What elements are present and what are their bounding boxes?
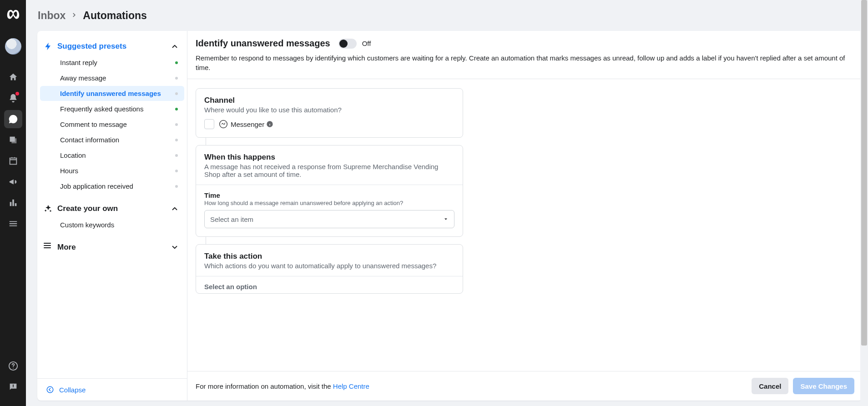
inbox-icon[interactable] (4, 110, 22, 128)
divider (196, 276, 463, 276)
avatar[interactable] (5, 38, 21, 55)
messenger-checkbox[interactable] (204, 119, 214, 129)
preset-hours[interactable]: Hours (40, 163, 184, 178)
toggle-knob (339, 40, 348, 48)
feedback-icon[interactable] (4, 378, 22, 396)
footer-text: For more information on automation, visi… (196, 382, 369, 390)
channel-title: Channel (204, 96, 454, 105)
preset-label: Job application received (60, 182, 133, 190)
preset-away-message[interactable]: Away message (40, 70, 184, 85)
trigger-description: A message has not received a response fr… (204, 163, 454, 178)
preset-comment-to-message[interactable]: Comment to message (40, 117, 184, 132)
channel-subtitle: Where would you like to use this automat… (204, 106, 454, 114)
posts-icon[interactable] (4, 131, 22, 149)
list-icon (44, 243, 53, 252)
preset-label: Contact information (60, 136, 119, 144)
sparkles-icon (44, 204, 53, 213)
chevron-up-icon (171, 205, 179, 213)
section-more[interactable]: More (37, 239, 187, 256)
flow-connector (206, 237, 206, 244)
save-button[interactable]: Save Changes (793, 378, 854, 394)
preset-label: Instant reply (60, 59, 97, 66)
breadcrumb: Inbox Automations (26, 0, 868, 31)
page-scrollbar[interactable] (860, 0, 868, 406)
preset-label: Hours (60, 167, 78, 175)
status-dot-off (175, 92, 178, 95)
insights-icon[interactable] (4, 194, 22, 212)
detail-header: Identify unanswered messages Off Remembe… (187, 31, 863, 79)
action-select-label: Select an option (204, 283, 454, 291)
preset-label: Custom keywords (60, 221, 114, 229)
detail-footer: For more information on automation, visi… (187, 371, 863, 401)
preset-label: Away message (60, 74, 106, 82)
cancel-button[interactable]: Cancel (752, 378, 788, 394)
collapse-link[interactable]: Collapse (59, 386, 86, 394)
footer-prefix: For more information on automation, visi… (196, 382, 333, 390)
preset-label: Location (60, 151, 86, 159)
chevron-down-icon (171, 243, 179, 251)
flow-connector (206, 138, 206, 145)
preset-contact-info[interactable]: Contact information (40, 132, 184, 147)
action-subtitle: Which actions do you want to automatical… (204, 262, 454, 270)
preset-location[interactable]: Location (40, 148, 184, 163)
help-icon[interactable] (4, 357, 22, 375)
time-select[interactable]: Select an item (204, 210, 454, 228)
preset-instant-reply[interactable]: Instant reply (40, 55, 184, 70)
status-dot-off (175, 154, 178, 157)
chevron-right-icon (71, 12, 77, 20)
toggle-state-label: Off (362, 40, 371, 47)
messenger-icon (219, 120, 228, 129)
status-dot-off (175, 77, 178, 80)
scrollbar-thumb[interactable] (861, 0, 867, 346)
status-dot-on (175, 108, 178, 110)
automation-title: Identify unanswered messages (196, 38, 330, 49)
channel-card: Channel Where would you like to use this… (196, 88, 463, 138)
channel-option-label: Messenger (231, 120, 264, 128)
automation-sidebar: Suggested presets Instant reply Away mes… (37, 31, 187, 401)
status-dot-off (175, 170, 178, 172)
automation-description: Remember to respond to messages by ident… (196, 53, 854, 72)
trigger-title: When this happens (204, 153, 454, 162)
automation-toggle[interactable] (338, 39, 357, 49)
time-select-placeholder: Select an item (210, 216, 253, 223)
notification-badge (15, 92, 19, 95)
breadcrumb-parent[interactable]: Inbox (38, 10, 66, 22)
svg-point-1 (47, 386, 53, 393)
trigger-card: When this happens A message has not rece… (196, 145, 463, 237)
status-dot-off (175, 185, 178, 188)
meta-logo[interactable] (4, 6, 22, 25)
breadcrumb-current: Automations (83, 10, 147, 22)
section-suggested-presets[interactable]: Suggested presets (37, 38, 187, 55)
preset-label: Comment to message (60, 120, 127, 128)
automation-detail: Identify unanswered messages Off Remembe… (187, 31, 863, 401)
ads-icon[interactable] (4, 173, 22, 191)
action-card: Take this action Which actions do you wa… (196, 244, 463, 294)
home-icon[interactable] (4, 68, 22, 86)
calendar-icon[interactable] (4, 152, 22, 170)
preset-label: Identify unanswered messages (60, 90, 161, 97)
section-create-your-own[interactable]: Create your own (37, 200, 187, 217)
status-dot-off (175, 139, 178, 141)
chevron-up-icon (171, 42, 179, 50)
bolt-icon (44, 42, 53, 51)
nav-rail (0, 0, 26, 406)
help-centre-link[interactable]: Help Centre (333, 382, 369, 390)
collapse-icon (45, 385, 55, 394)
preset-label: Frequently asked questions (60, 105, 143, 113)
notification-icon[interactable] (4, 89, 22, 107)
preset-job-application[interactable]: Job application received (40, 179, 184, 194)
preset-identify-unanswered[interactable]: Identify unanswered messages (40, 86, 184, 101)
sidebar-footer: Collapse (37, 378, 187, 401)
preset-faq[interactable]: Frequently asked questions (40, 101, 184, 116)
section-title: Suggested presets (57, 42, 171, 51)
time-label: Time (204, 191, 454, 199)
section-title: More (57, 243, 171, 252)
divider (196, 185, 463, 185)
info-icon[interactable] (266, 120, 273, 128)
custom-keywords[interactable]: Custom keywords (40, 217, 184, 232)
caret-down-icon (443, 216, 449, 223)
status-dot-on (175, 61, 178, 64)
time-help: How long should a message remain unanswe… (204, 200, 454, 206)
status-dot-off (175, 123, 178, 126)
menu-icon[interactable] (4, 215, 22, 233)
